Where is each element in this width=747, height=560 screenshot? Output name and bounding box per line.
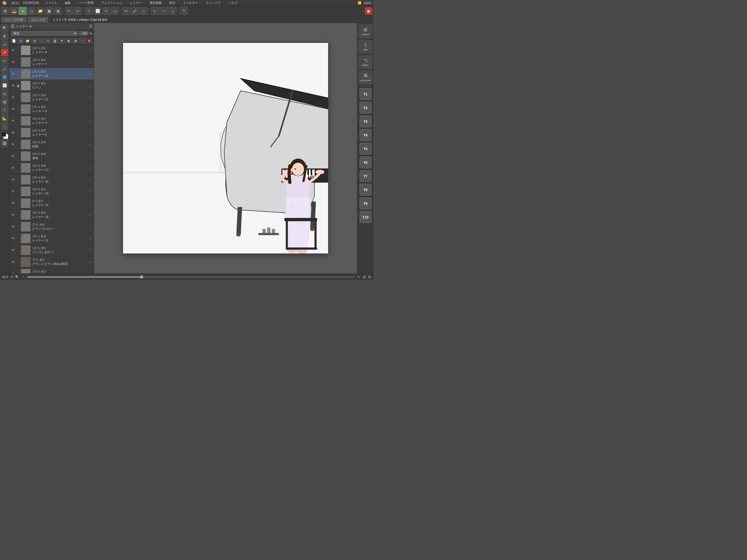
layer-item[interactable]: 👁 100 % 通常 レイヤー 21 ≡ bbox=[9, 92, 94, 103]
color-swatches[interactable] bbox=[1, 132, 8, 139]
import-button[interactable]: 📥 bbox=[10, 7, 18, 15]
select-all-button[interactable]: ⬜ bbox=[94, 7, 102, 15]
layer-visibility-toggle[interactable]: 👁 bbox=[11, 189, 15, 194]
tab-comic9-2[interactable]: コミック9 2/2 bbox=[1, 17, 27, 23]
layer-lock-toggle[interactable] bbox=[16, 248, 20, 252]
foreground-color[interactable] bbox=[1, 132, 6, 137]
fill-tool[interactable]: 🪣 bbox=[1, 73, 8, 81]
layer-context-menu-button[interactable]: ≡ bbox=[88, 261, 92, 263]
pen-pressure-button[interactable]: ✏ bbox=[122, 7, 130, 15]
layer-context-menu-button[interactable]: ≡ bbox=[88, 155, 92, 158]
layer-visibility-toggle[interactable]: 👁 bbox=[11, 154, 15, 158]
copy-layer-button[interactable]: ⎘ bbox=[45, 38, 51, 44]
t4-key[interactable]: T4 bbox=[360, 129, 371, 141]
measure-button[interactable]: ⊥ bbox=[169, 7, 177, 15]
shift-button[interactable]: ⇧ shift bbox=[359, 40, 372, 54]
t1-key[interactable]: T1 bbox=[360, 88, 371, 100]
layer-context-menu-button[interactable]: ≡ bbox=[88, 49, 92, 52]
zoom-tool[interactable]: 🔍 bbox=[1, 24, 8, 32]
opacity-input[interactable] bbox=[79, 31, 88, 35]
t9-key[interactable]: T9 bbox=[360, 198, 371, 209]
menu-window[interactable]: ウィンドウ bbox=[204, 0, 222, 5]
tab-comic9[interactable]: コミック9 bbox=[27, 17, 48, 23]
grid-view-button[interactable]: ⊞ bbox=[1, 7, 9, 15]
layer-visibility-toggle[interactable]: 👁 bbox=[11, 236, 15, 240]
layer-item[interactable]: 👁 100 % 通常 レイヤー 8 ≡ bbox=[9, 45, 94, 56]
layer-lock-toggle[interactable] bbox=[16, 178, 20, 182]
layer-item[interactable]: 👁 100 % 通常 パソコンを打つ ≡ bbox=[9, 245, 94, 256]
menu-view[interactable]: 表示 bbox=[168, 0, 177, 5]
panel-menu-icon[interactable]: ☰ bbox=[89, 24, 92, 28]
layer-lock-toggle[interactable] bbox=[16, 119, 20, 123]
layer-item[interactable]: 👁 79 % 通常 グランドピアノ/3D1.8対応 ≡ bbox=[9, 256, 94, 268]
layer-lock-toggle[interactable] bbox=[16, 60, 20, 64]
transfer-button[interactable]: → bbox=[79, 38, 85, 44]
layer-visibility-toggle[interactable]: 👁 bbox=[11, 48, 15, 52]
layer-context-menu-button[interactable]: ≡ bbox=[88, 143, 92, 146]
layer-item-active[interactable]: 👁 100 % 乗算 レイヤー 21 ≡ bbox=[9, 68, 94, 80]
layer-lock-toggle[interactable] bbox=[16, 131, 20, 134]
layer-visibility-toggle[interactable]: 👁 bbox=[11, 201, 15, 205]
new-raster-layer-button[interactable]: 📄 bbox=[11, 38, 17, 44]
layer-item[interactable]: 👁 🔒 100 % 通常 ピアノ ≡ bbox=[9, 80, 94, 92]
rotate-left-btn[interactable]: ↺ bbox=[363, 275, 366, 279]
layer-visibility-toggle[interactable]: 👁 bbox=[11, 60, 15, 64]
layer-item[interactable]: 👁 100 % 通常 身体 ≡ bbox=[9, 150, 94, 162]
menu-select[interactable]: 選択範囲 bbox=[148, 0, 163, 5]
layer-context-menu-button[interactable]: ≡ bbox=[88, 61, 92, 64]
control-button[interactable]: ⊞ control bbox=[359, 25, 372, 38]
expand-icon[interactable]: ▼ bbox=[29, 25, 32, 28]
layer-lock-toggle[interactable] bbox=[16, 48, 20, 52]
layer-item[interactable]: 👁 100 % 通常 顔面 ≡ bbox=[9, 138, 94, 150]
layer-lock-toggle[interactable] bbox=[16, 107, 20, 111]
zoom-out-btn[interactable]: － bbox=[21, 275, 25, 279]
layer-item[interactable]: 👁 100 % 乗算 レイヤー 12 ≡ bbox=[9, 233, 94, 245]
layer-context-menu-button[interactable]: ≡ bbox=[88, 202, 92, 205]
layer-context-menu-button[interactable]: ≡ bbox=[88, 108, 92, 111]
snap-button[interactable]: ⊢ bbox=[151, 7, 159, 15]
layer-item[interactable]: 👁 100 % 通常 レイヤー 4 ≡ bbox=[9, 268, 94, 274]
layer-lock-toggle[interactable]: 🔒 bbox=[16, 84, 20, 87]
sub-view-button[interactable]: ◼ bbox=[365, 7, 372, 15]
layer-lock-toggle[interactable] bbox=[16, 201, 20, 205]
new-folder-layer-button[interactable]: 📁 bbox=[25, 38, 31, 44]
canvas-area[interactable] bbox=[94, 23, 357, 274]
layer-context-menu-button[interactable]: ≡ bbox=[88, 237, 92, 240]
frame-tool[interactable]: ⬚ bbox=[1, 123, 8, 130]
layer-lock-toggle[interactable] bbox=[16, 213, 20, 217]
menu-help[interactable]: ヘルプ bbox=[227, 0, 239, 5]
cut-button[interactable]: ✂ bbox=[102, 7, 110, 15]
redo-button[interactable]: ↪ bbox=[74, 7, 82, 15]
ruler-tool[interactable]: 📐 bbox=[1, 114, 8, 122]
undo-button[interactable]: ↩ bbox=[65, 7, 73, 15]
transform-button[interactable]: ⊹ bbox=[85, 7, 93, 15]
t2-key[interactable]: T2 bbox=[360, 102, 371, 114]
layer-visibility-toggle[interactable]: 👁 bbox=[11, 213, 15, 217]
pencil-tool[interactable]: ✏ bbox=[1, 57, 8, 65]
t6-key[interactable]: T6 bbox=[360, 156, 371, 169]
help-button[interactable]: ? bbox=[180, 7, 188, 15]
layer-item[interactable]: 👁 8 % 通常 レイヤー 14 ≡ bbox=[9, 198, 94, 209]
command-button[interactable]: ⌘ command bbox=[359, 71, 372, 84]
move-tool[interactable]: ✥ bbox=[1, 32, 8, 40]
menu-file[interactable]: ファイル bbox=[44, 0, 59, 5]
layer-context-menu-button[interactable]: ≡ bbox=[88, 249, 92, 252]
layer-context-menu-button[interactable]: ≡ bbox=[88, 190, 92, 193]
layer-context-menu-button[interactable]: ≡ bbox=[88, 131, 92, 134]
layer-context-menu-button[interactable]: ≡ bbox=[88, 96, 92, 99]
blur-tool[interactable]: ◎ bbox=[1, 90, 8, 97]
layer-item[interactable]: 👁 100 % 通常 レイヤー 6 ≡ bbox=[9, 127, 94, 138]
menu-filter[interactable]: フィルター bbox=[181, 0, 200, 5]
layer-context-menu-button[interactable]: ≡ bbox=[88, 225, 92, 228]
invert-mask-button[interactable]: ◑ bbox=[73, 38, 78, 44]
layer-visibility-toggle[interactable]: 👁 bbox=[11, 142, 15, 147]
layer-lock-toggle[interactable] bbox=[16, 143, 20, 146]
layer-context-menu-button[interactable]: ≡ bbox=[88, 84, 92, 87]
pen-tool[interactable]: 🖊 bbox=[1, 65, 8, 73]
layer-visibility-toggle[interactable]: 👁 bbox=[11, 166, 15, 170]
eraser-button[interactable]: ◻ bbox=[27, 7, 35, 15]
delete-layer-button[interactable]: 🗑 bbox=[86, 38, 92, 44]
menu-page[interactable]: ページ管理 bbox=[77, 0, 95, 5]
image-material-tool[interactable]: 🖼 bbox=[1, 139, 8, 147]
layer-lock-toggle[interactable] bbox=[16, 260, 20, 264]
